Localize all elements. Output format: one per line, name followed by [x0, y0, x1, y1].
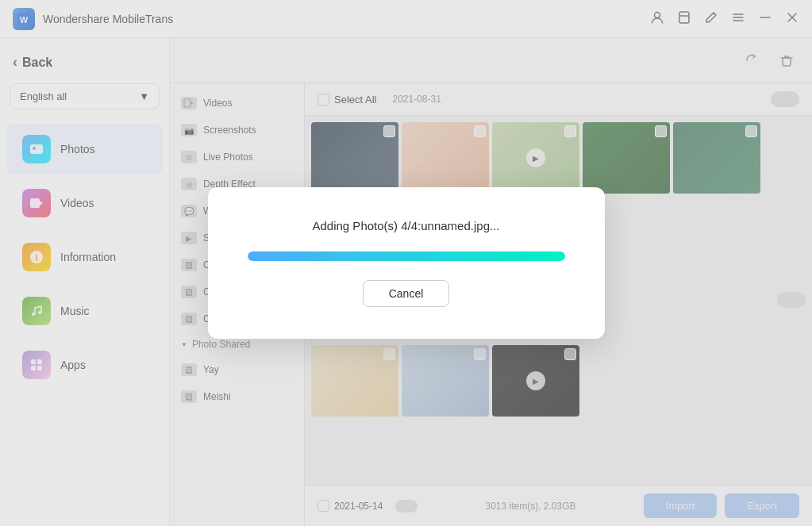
progress-bar-container: [248, 251, 565, 261]
modal-overlay: Adding Photo(s) 4/4:unnamed.jpg... Cance…: [0, 0, 812, 526]
progress-modal: Adding Photo(s) 4/4:unnamed.jpg... Cance…: [208, 187, 605, 339]
modal-message: Adding Photo(s) 4/4:unnamed.jpg...: [313, 219, 500, 232]
progress-bar-fill: [248, 251, 565, 261]
modal-cancel-button[interactable]: Cancel: [363, 280, 450, 307]
